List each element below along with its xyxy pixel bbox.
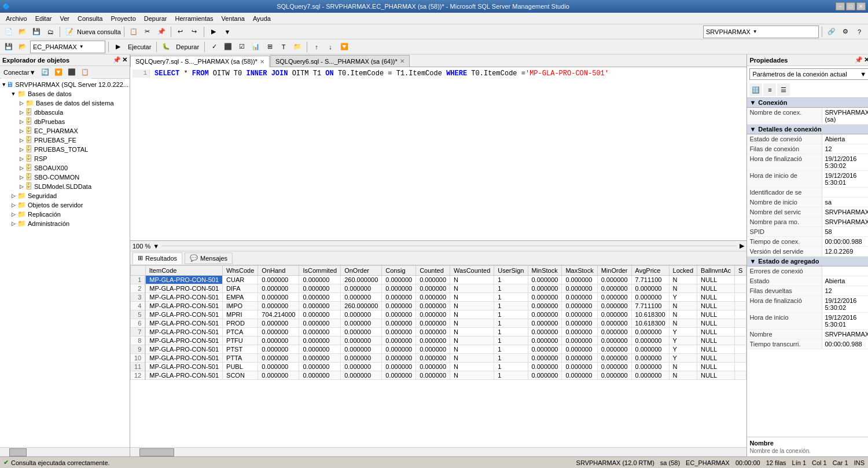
tree-db-pruebas-fe[interactable]: ▷ 🗄 PRUEBAS_FE bbox=[1, 136, 128, 145]
menu-ver[interactable]: Ver bbox=[56, 14, 73, 23]
tree-administracion[interactable]: ▷ 📁 Administración bbox=[1, 219, 128, 228]
text-button[interactable]: T bbox=[277, 41, 290, 53]
oe-hscroll-thumb[interactable] bbox=[9, 448, 27, 456]
th-itemcode[interactable]: ItemCode bbox=[145, 266, 222, 276]
th-iscommited[interactable]: IsCommited bbox=[299, 266, 341, 276]
run-button[interactable]: ▶ bbox=[207, 25, 220, 38]
execute-label[interactable]: Ejecutar bbox=[126, 43, 153, 50]
close-button[interactable]: ✕ bbox=[856, 2, 866, 10]
prop-list-button[interactable]: ☰ bbox=[777, 83, 790, 96]
tab-query7[interactable]: SQLQuery7.sql - S..._PHARMAX (sa (58))* … bbox=[130, 56, 270, 67]
results-tab-grid[interactable]: ⊞ Resultados bbox=[133, 253, 182, 264]
open-tb-button[interactable]: 📂 bbox=[16, 41, 29, 53]
th-wascounted[interactable]: WasCounted bbox=[450, 266, 494, 276]
database-dropdown[interactable]: EC_PHARMAX ▼ bbox=[30, 41, 105, 53]
tree-server[interactable]: ▼ 🖥 SRVPHARMAX (SQL Server 12.0.222... bbox=[1, 80, 128, 89]
tree-db-dbbascula[interactable]: ▷ 🗄 dbbascula bbox=[1, 108, 128, 117]
prop-category-button[interactable]: ≡ bbox=[763, 83, 776, 96]
menu-ayuda[interactable]: Ayuda bbox=[249, 14, 274, 23]
zoom-decrease[interactable]: ▼ bbox=[153, 243, 159, 250]
server-dropdown[interactable]: SRVPHARMAX ▼ bbox=[703, 25, 819, 38]
tree-objetos-servidor[interactable]: ▷ 📁 Objetos de servidor bbox=[1, 200, 128, 210]
prop-close-icon[interactable]: ✕ bbox=[864, 56, 868, 64]
menu-herramientas[interactable]: Herramientas bbox=[172, 14, 217, 23]
oe-stop-button[interactable]: ⬛ bbox=[65, 66, 78, 79]
th-s[interactable]: S bbox=[735, 266, 746, 276]
minimize-button[interactable]: − bbox=[836, 2, 845, 10]
oe-filter-button[interactable]: 🔽 bbox=[52, 66, 65, 79]
sort-desc-button[interactable]: ↓ bbox=[324, 41, 337, 53]
tab-query6[interactable]: SQLQuery6.sql - S..._PHARMAX (sa (64))* … bbox=[270, 55, 410, 67]
results-hscroll-thumb[interactable] bbox=[139, 448, 174, 456]
new-query-button[interactable]: 📝 bbox=[63, 25, 76, 38]
tree-db-dbpruebas[interactable]: ▷ 🗄 dbPruebas bbox=[1, 117, 128, 126]
th-consig[interactable]: Consig bbox=[382, 266, 416, 276]
open-button[interactable]: 📂 bbox=[16, 25, 29, 38]
maximize-button[interactable]: □ bbox=[846, 2, 855, 10]
paste-button[interactable]: 📌 bbox=[155, 25, 168, 38]
prop-section-agregado[interactable]: ▼ Estado de agregado bbox=[747, 257, 868, 266]
oe-refresh-button[interactable]: 🔄 bbox=[39, 66, 52, 79]
tree-db-sldmodel[interactable]: ▷ 🗄 SLDModel.SLDData bbox=[1, 182, 128, 191]
th-minstock[interactable]: MinStock bbox=[528, 266, 562, 276]
check-button[interactable]: ✓ bbox=[208, 41, 220, 53]
th-minorder[interactable]: MinOrder bbox=[597, 266, 631, 276]
save-button[interactable]: 💾 bbox=[30, 25, 43, 38]
tree-db-rsp[interactable]: ▷ 🗄 RSP bbox=[1, 154, 128, 163]
tree-db-sbo-common[interactable]: ▷ 🗄 SBO-COMMON bbox=[1, 173, 128, 182]
menu-proyecto[interactable]: Proyecto bbox=[107, 14, 139, 23]
settings-button[interactable]: ⚙ bbox=[839, 25, 852, 38]
menu-ventana[interactable]: Ventana bbox=[218, 14, 248, 23]
grid-button[interactable]: ⊞ bbox=[263, 41, 276, 53]
oe-connect-button[interactable]: Conectar▼ bbox=[1, 66, 38, 79]
parse-button[interactable]: ☑ bbox=[236, 41, 248, 53]
execute-button[interactable]: ▶ bbox=[112, 41, 124, 53]
prop-section-conexion[interactable]: ▼ Conexión bbox=[747, 98, 868, 108]
results-button[interactable]: 📊 bbox=[249, 41, 262, 53]
sort-asc-button[interactable]: ↑ bbox=[310, 41, 323, 53]
menu-editar[interactable]: Editar bbox=[32, 14, 56, 23]
debug-button[interactable]: 🐛 bbox=[160, 41, 172, 53]
tree-databases-folder[interactable]: ▼ 📁 Bases de datos bbox=[1, 89, 128, 98]
tree-db-ec-pharmax[interactable]: ▷ 🗄 EC_PHARMAX bbox=[1, 126, 128, 136]
hscroll-bar[interactable] bbox=[161, 246, 737, 246]
more-button[interactable]: ▼ bbox=[221, 25, 234, 38]
sql-editor[interactable]: 1 SELECT * FROM OITW T0 INNER JOIN OITM … bbox=[130, 67, 746, 241]
tree-db-pruebas-total[interactable]: ▷ 🗄 PRUEBAS_TOTAL bbox=[1, 145, 128, 154]
th-usersign[interactable]: UserSign bbox=[494, 266, 528, 276]
th-whscode[interactable]: WhsCode bbox=[223, 266, 258, 276]
oe-report-button[interactable]: 📋 bbox=[79, 66, 91, 79]
th-maxstock[interactable]: MaxStock bbox=[562, 266, 597, 276]
menu-depurar[interactable]: Depurar bbox=[141, 14, 171, 23]
cut-button[interactable]: ✂ bbox=[141, 25, 154, 38]
th-ballnvntac[interactable]: BallnvntAc bbox=[697, 266, 735, 276]
copy-button[interactable]: 📋 bbox=[127, 25, 140, 38]
results-hscroll[interactable] bbox=[130, 447, 746, 456]
oe-close-icon[interactable]: ✕ bbox=[122, 56, 127, 64]
prop-pin-button[interactable]: 📌 bbox=[855, 56, 863, 64]
tab6-close[interactable]: ✕ bbox=[400, 58, 404, 64]
tree-seguridad[interactable]: ▷ 📁 Seguridad bbox=[1, 191, 128, 200]
save-tb-button[interactable]: 💾 bbox=[2, 41, 15, 53]
oe-pin-button[interactable]: 📌 bbox=[113, 56, 121, 64]
tree-system-dbs[interactable]: ▷ 📁 Bases de datos del sistema bbox=[1, 98, 128, 108]
th-onorder[interactable]: OnOrder bbox=[341, 266, 382, 276]
filter-button[interactable]: 🔽 bbox=[338, 41, 351, 53]
th-avgprice[interactable]: AvgPrice bbox=[631, 266, 669, 276]
save-all-button[interactable]: 🗂 bbox=[44, 25, 57, 38]
redo-button[interactable]: ↪ bbox=[188, 25, 201, 38]
prop-dropdown[interactable]: Parámetros de la conexión actual ▼ bbox=[749, 68, 868, 80]
prop-section-detalles[interactable]: ▼ Detalles de conexión bbox=[747, 125, 868, 134]
prop-sort-button[interactable]: 🔠 bbox=[749, 83, 762, 96]
connect-button[interactable]: 🔗 bbox=[825, 25, 838, 38]
results-tab-messages[interactable]: 💬 Mensajes bbox=[185, 253, 233, 264]
file-button[interactable]: 📁 bbox=[291, 41, 304, 53]
tree-replicacion[interactable]: ▷ 📁 Replicación bbox=[1, 210, 128, 219]
new-button[interactable]: 📄 bbox=[2, 25, 15, 38]
menu-consulta[interactable]: Consulta bbox=[74, 14, 106, 23]
undo-button[interactable]: ↩ bbox=[174, 25, 187, 38]
scroll-right[interactable]: ▶ bbox=[740, 242, 744, 250]
menu-archivo[interactable]: Archivo bbox=[2, 14, 31, 23]
tab7-close[interactable]: ✕ bbox=[260, 58, 264, 65]
th-onhand[interactable]: OnHand bbox=[258, 266, 299, 276]
